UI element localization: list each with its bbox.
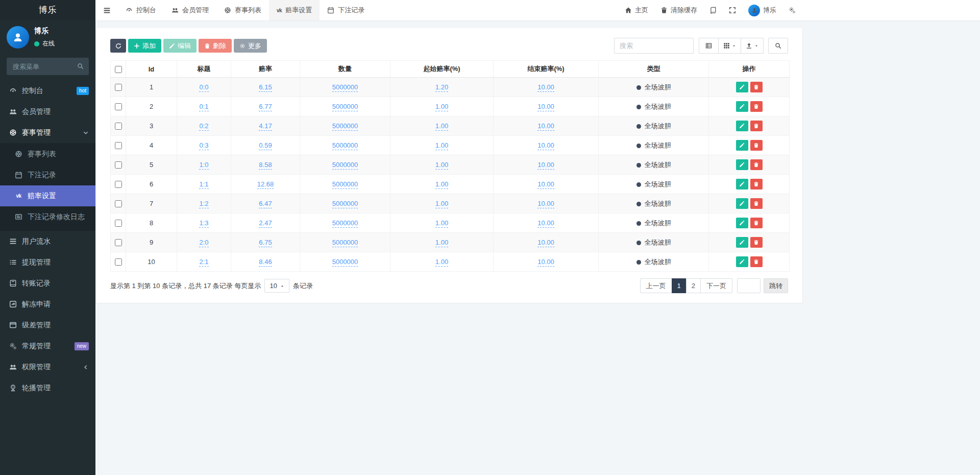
odds-link[interactable]: 8.58 (259, 161, 272, 170)
row-edit-button[interactable] (736, 179, 748, 189)
title-link[interactable]: 0:2 (199, 122, 208, 131)
title-link[interactable]: 1:2 (199, 200, 208, 208)
sidebar-item-user-flow[interactable]: 用户流水 (0, 231, 95, 252)
row-edit-button[interactable] (736, 140, 748, 151)
clear-cache-link[interactable]: 清除缓存 (660, 6, 697, 15)
row-delete-button[interactable] (750, 101, 763, 112)
start-odds-link[interactable]: 1.00 (435, 219, 448, 228)
sidebar-item-transfer-records[interactable]: 转账记录 (0, 273, 95, 294)
row-delete-button[interactable] (750, 198, 763, 209)
start-odds-link[interactable]: 1.00 (435, 161, 448, 170)
start-odds-link[interactable]: 1.00 (435, 141, 448, 150)
odds-link[interactable]: 6.47 (259, 200, 272, 208)
start-odds-link[interactable]: 1.00 (435, 180, 448, 189)
title-link[interactable]: 1:1 (199, 180, 208, 189)
add-button[interactable]: 添加 (128, 39, 161, 53)
amount-link[interactable]: 5000000 (332, 219, 358, 228)
amount-link[interactable]: 5000000 (332, 141, 358, 150)
start-odds-link[interactable]: 1.00 (435, 200, 448, 208)
row-edit-button[interactable] (736, 256, 748, 267)
row-delete-button[interactable] (750, 159, 763, 170)
columns-button[interactable] (718, 38, 741, 54)
end-odds-link[interactable]: 10.00 (537, 200, 554, 208)
title-link[interactable]: 1:3 (199, 219, 208, 228)
row-checkbox[interactable] (115, 220, 122, 227)
odds-link[interactable]: 6.77 (259, 103, 272, 111)
more-button[interactable]: 更多 (234, 39, 267, 53)
sidebar-item-general-manage[interactable]: 常规管理new (0, 336, 95, 357)
start-odds-link[interactable]: 1.00 (435, 258, 448, 267)
sidebar-item-bet-record-log[interactable]: 下注记录修改日志 (0, 206, 95, 227)
odds-link[interactable]: 6.75 (259, 239, 272, 247)
row-delete-button[interactable] (750, 256, 763, 267)
amount-link[interactable]: 5000000 (332, 258, 358, 267)
sidebar-item-permission-manage[interactable]: 权限管理 (0, 357, 95, 377)
end-odds-link[interactable]: 10.00 (537, 141, 554, 150)
sidebar-item-member-manage[interactable]: 会员管理 (0, 101, 95, 122)
row-edit-button[interactable] (736, 82, 748, 92)
title-link[interactable]: 2:0 (199, 239, 208, 247)
tab-member-manage[interactable]: 会员管理 (164, 0, 216, 20)
amount-link[interactable]: 5000000 (332, 103, 358, 111)
row-edit-button[interactable] (736, 218, 748, 228)
sidebar-item-odds-settings[interactable]: vk赔率设置 (0, 185, 95, 206)
title-link[interactable]: 0:1 (199, 103, 208, 111)
row-edit-button[interactable] (736, 159, 748, 170)
title-link[interactable]: 0:3 (199, 141, 208, 150)
odds-link[interactable]: 2.47 (259, 219, 272, 228)
start-odds-link[interactable]: 1.00 (435, 239, 448, 247)
row-checkbox[interactable] (115, 142, 122, 149)
next-page-button[interactable]: 下一页 (700, 278, 732, 293)
select-all-checkbox[interactable] (115, 66, 122, 73)
start-odds-link[interactable]: 1.00 (435, 103, 448, 111)
docs-button[interactable] (709, 7, 717, 14)
sidebar-search-input[interactable] (7, 58, 89, 75)
odds-link[interactable]: 0.59 (259, 141, 272, 150)
row-checkbox[interactable] (115, 161, 122, 169)
title-link[interactable]: 1:0 (199, 161, 208, 170)
refresh-button[interactable] (110, 39, 126, 53)
row-edit-button[interactable] (736, 121, 748, 131)
row-delete-button[interactable] (750, 121, 763, 131)
start-odds-link[interactable]: 1.00 (435, 122, 448, 131)
row-delete-button[interactable] (750, 140, 763, 151)
jump-button[interactable]: 跳转 (764, 278, 788, 293)
jump-page-input[interactable] (737, 278, 761, 293)
end-odds-link[interactable]: 10.00 (537, 219, 554, 228)
end-odds-link[interactable]: 10.00 (537, 180, 554, 189)
tab-bet-records[interactable]: 下注记录 (320, 0, 372, 20)
odds-link[interactable]: 6.15 (259, 83, 272, 92)
sidebar-item-match-list[interactable]: 赛事列表 (0, 144, 95, 164)
amount-link[interactable]: 5000000 (332, 180, 358, 189)
row-checkbox[interactable] (115, 103, 122, 110)
sidebar-item-unfreeze-apply[interactable]: 解冻申请 (0, 294, 95, 315)
sidebar-item-match-manage[interactable]: 赛事管理 (0, 122, 95, 143)
odds-link[interactable]: 8.46 (259, 258, 272, 267)
title-link[interactable]: 0:0 (199, 83, 208, 92)
end-odds-link[interactable]: 10.00 (537, 239, 554, 247)
odds-link[interactable]: 4.17 (259, 122, 272, 131)
sidebar-toggle-button[interactable] (95, 0, 118, 20)
user-menu[interactable]: 博乐 (748, 5, 776, 16)
end-odds-link[interactable]: 10.00 (537, 83, 554, 92)
end-odds-link[interactable]: 10.00 (537, 258, 554, 267)
detail-view-button[interactable] (699, 38, 719, 54)
amount-link[interactable]: 5000000 (332, 122, 358, 131)
sidebar-item-carousel-manage[interactable]: 轮播管理 (0, 377, 95, 398)
delete-button[interactable]: 删除 (199, 39, 232, 53)
end-odds-link[interactable]: 10.00 (537, 122, 554, 131)
odds-link[interactable]: 12.68 (257, 180, 274, 189)
row-checkbox[interactable] (115, 200, 122, 207)
table-search-input[interactable] (614, 38, 694, 54)
end-odds-link[interactable]: 10.00 (537, 161, 554, 170)
row-checkbox[interactable] (115, 123, 122, 130)
sidebar-item-console[interactable]: 控制台hot (0, 80, 95, 101)
tab-match-list[interactable]: 赛事列表 (216, 0, 269, 20)
sidebar-item-bet-records[interactable]: 下注记录 (0, 164, 95, 185)
row-checkbox[interactable] (115, 239, 122, 246)
amount-link[interactable]: 5000000 (332, 161, 358, 170)
row-edit-button[interactable] (736, 237, 748, 248)
settings-button[interactable] (789, 7, 796, 14)
title-link[interactable]: 2:1 (199, 258, 208, 267)
tab-odds-settings[interactable]: vk赔率设置 (269, 0, 320, 20)
